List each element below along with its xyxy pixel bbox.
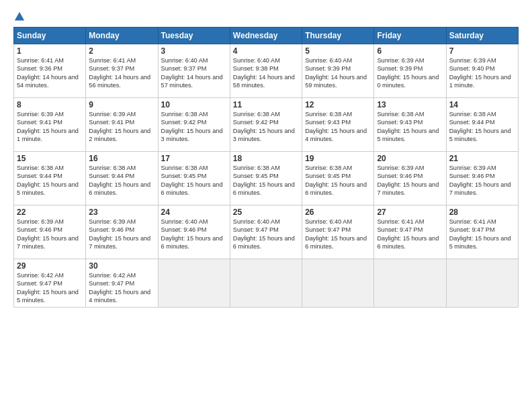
day-info: Sunrise: 6:41 AM Sunset: 9:37 PM Dayligh… (89, 56, 154, 90)
day-cell-2: 2 Sunrise: 6:41 AM Sunset: 9:37 PM Dayli… (86, 44, 158, 98)
day-number: 17 (161, 154, 227, 163)
day-number: 29 (17, 261, 83, 271)
day-number: 22 (17, 208, 83, 217)
day-cell-30: 30 Sunrise: 6:42 AM Sunset: 9:47 PM Dayl… (86, 259, 158, 308)
day-info: Sunrise: 6:38 AM Sunset: 9:44 PM Dayligh… (449, 110, 515, 144)
calendar-week-2: 8 Sunrise: 6:39 AM Sunset: 9:41 PM Dayli… (14, 98, 519, 152)
day-info: Sunrise: 6:42 AM Sunset: 9:47 PM Dayligh… (17, 271, 83, 305)
weekday-header-sunday: Sunday (14, 28, 86, 44)
weekday-header-thursday: Thursday (302, 28, 374, 44)
day-cell-9: 9 Sunrise: 6:39 AM Sunset: 9:41 PM Dayli… (86, 98, 158, 152)
calendar-week-3: 15 Sunrise: 6:38 AM Sunset: 9:44 PM Dayl… (14, 152, 519, 205)
day-cell-28: 28 Sunrise: 6:41 AM Sunset: 9:47 PM Dayl… (446, 205, 518, 259)
day-info: Sunrise: 6:40 AM Sunset: 9:46 PM Dayligh… (161, 218, 227, 251)
day-cell-7: 7 Sunrise: 6:39 AM Sunset: 9:40 PM Dayli… (446, 44, 518, 98)
day-cell-14: 14 Sunrise: 6:38 AM Sunset: 9:44 PM Dayl… (446, 98, 518, 152)
weekday-header-saturday: Saturday (446, 28, 518, 44)
weekday-header-monday: Monday (86, 28, 158, 44)
empty-cell (374, 259, 446, 308)
svg-marker-0 (15, 12, 24, 21)
day-cell-8: 8 Sunrise: 6:39 AM Sunset: 9:41 PM Dayli… (14, 98, 86, 152)
day-number: 15 (17, 154, 83, 163)
day-number: 5 (305, 46, 371, 56)
day-cell-29: 29 Sunrise: 6:42 AM Sunset: 9:47 PM Dayl… (14, 259, 86, 308)
page: SundayMondayTuesdayWednesdayThursdayFrid… (0, 0, 532, 411)
day-info: Sunrise: 6:40 AM Sunset: 9:47 PM Dayligh… (305, 218, 371, 251)
day-info: Sunrise: 6:38 AM Sunset: 9:43 PM Dayligh… (377, 110, 443, 144)
day-info: Sunrise: 6:40 AM Sunset: 9:47 PM Dayligh… (233, 218, 299, 251)
day-cell-24: 24 Sunrise: 6:40 AM Sunset: 9:46 PM Dayl… (158, 205, 230, 259)
day-info: Sunrise: 6:38 AM Sunset: 9:42 PM Dayligh… (233, 110, 299, 144)
day-info: Sunrise: 6:39 AM Sunset: 9:46 PM Dayligh… (377, 164, 443, 197)
day-number: 1 (17, 46, 83, 56)
day-cell-21: 21 Sunrise: 6:39 AM Sunset: 9:46 PM Dayl… (446, 152, 518, 205)
day-number: 3 (161, 46, 227, 56)
day-info: Sunrise: 6:38 AM Sunset: 9:45 PM Dayligh… (305, 164, 371, 197)
day-number: 9 (89, 100, 154, 109)
day-number: 21 (449, 154, 515, 163)
day-info: Sunrise: 6:40 AM Sunset: 9:37 PM Dayligh… (161, 56, 227, 90)
day-number: 4 (233, 46, 299, 56)
day-cell-4: 4 Sunrise: 6:40 AM Sunset: 9:38 PM Dayli… (230, 44, 302, 98)
day-cell-17: 17 Sunrise: 6:38 AM Sunset: 9:45 PM Dayl… (158, 152, 230, 205)
calendar-body: 1 Sunrise: 6:41 AM Sunset: 9:36 PM Dayli… (14, 44, 519, 308)
day-number: 20 (377, 154, 443, 163)
day-number: 30 (89, 261, 154, 271)
day-number: 23 (89, 208, 154, 217)
day-info: Sunrise: 6:39 AM Sunset: 9:46 PM Dayligh… (89, 218, 154, 251)
day-number: 6 (377, 46, 443, 56)
day-number: 7 (449, 46, 515, 56)
weekday-header-row: SundayMondayTuesdayWednesdayThursdayFrid… (14, 28, 519, 44)
day-number: 19 (305, 154, 371, 163)
day-cell-16: 16 Sunrise: 6:38 AM Sunset: 9:44 PM Dayl… (86, 152, 158, 205)
day-info: Sunrise: 6:39 AM Sunset: 9:39 PM Dayligh… (377, 56, 443, 90)
empty-cell (158, 259, 230, 308)
day-info: Sunrise: 6:38 AM Sunset: 9:45 PM Dayligh… (161, 164, 227, 197)
day-info: Sunrise: 6:41 AM Sunset: 9:36 PM Dayligh… (17, 56, 83, 90)
day-number: 16 (89, 154, 154, 163)
day-info: Sunrise: 6:38 AM Sunset: 9:42 PM Dayligh… (161, 110, 227, 144)
calendar-week-4: 22 Sunrise: 6:39 AM Sunset: 9:46 PM Dayl… (14, 205, 519, 259)
empty-cell (446, 259, 518, 308)
weekday-header-wednesday: Wednesday (230, 28, 302, 44)
day-info: Sunrise: 6:40 AM Sunset: 9:39 PM Dayligh… (305, 56, 371, 90)
day-info: Sunrise: 6:42 AM Sunset: 9:47 PM Dayligh… (89, 271, 154, 305)
day-info: Sunrise: 6:39 AM Sunset: 9:41 PM Dayligh… (89, 110, 154, 144)
day-number: 24 (161, 208, 227, 217)
day-info: Sunrise: 6:39 AM Sunset: 9:41 PM Dayligh… (17, 110, 83, 144)
day-info: Sunrise: 6:38 AM Sunset: 9:43 PM Dayligh… (305, 110, 371, 144)
day-info: Sunrise: 6:38 AM Sunset: 9:45 PM Dayligh… (233, 164, 299, 197)
day-cell-18: 18 Sunrise: 6:38 AM Sunset: 9:45 PM Dayl… (230, 152, 302, 205)
day-number: 2 (89, 46, 154, 56)
day-number: 27 (377, 208, 443, 217)
day-info: Sunrise: 6:41 AM Sunset: 9:47 PM Dayligh… (449, 218, 515, 251)
day-number: 12 (305, 100, 371, 109)
day-number: 13 (377, 100, 443, 109)
day-cell-3: 3 Sunrise: 6:40 AM Sunset: 9:37 PM Dayli… (158, 44, 230, 98)
day-number: 28 (449, 208, 515, 217)
day-info: Sunrise: 6:38 AM Sunset: 9:44 PM Dayligh… (89, 164, 154, 197)
calendar: SundayMondayTuesdayWednesdayThursdayFrid… (13, 27, 519, 308)
day-number: 14 (449, 100, 515, 109)
day-number: 25 (233, 208, 299, 217)
day-info: Sunrise: 6:39 AM Sunset: 9:46 PM Dayligh… (17, 218, 83, 251)
day-number: 18 (233, 154, 299, 163)
day-cell-15: 15 Sunrise: 6:38 AM Sunset: 9:44 PM Dayl… (14, 152, 86, 205)
day-number: 26 (305, 208, 371, 217)
day-number: 10 (161, 100, 227, 109)
header (13, 11, 519, 23)
empty-cell (302, 259, 374, 308)
day-cell-26: 26 Sunrise: 6:40 AM Sunset: 9:47 PM Dayl… (302, 205, 374, 259)
day-number: 11 (233, 100, 299, 109)
weekday-header-friday: Friday (374, 28, 446, 44)
calendar-week-5: 29 Sunrise: 6:42 AM Sunset: 9:47 PM Dayl… (14, 259, 519, 308)
day-info: Sunrise: 6:39 AM Sunset: 9:46 PM Dayligh… (449, 164, 515, 197)
day-cell-20: 20 Sunrise: 6:39 AM Sunset: 9:46 PM Dayl… (374, 152, 446, 205)
day-cell-6: 6 Sunrise: 6:39 AM Sunset: 9:39 PM Dayli… (374, 44, 446, 98)
logo (13, 11, 27, 23)
calendar-week-1: 1 Sunrise: 6:41 AM Sunset: 9:36 PM Dayli… (14, 44, 519, 98)
day-info: Sunrise: 6:38 AM Sunset: 9:44 PM Dayligh… (17, 164, 83, 197)
day-cell-25: 25 Sunrise: 6:40 AM Sunset: 9:47 PM Dayl… (230, 205, 302, 259)
day-cell-13: 13 Sunrise: 6:38 AM Sunset: 9:43 PM Dayl… (374, 98, 446, 152)
day-cell-5: 5 Sunrise: 6:40 AM Sunset: 9:39 PM Dayli… (302, 44, 374, 98)
